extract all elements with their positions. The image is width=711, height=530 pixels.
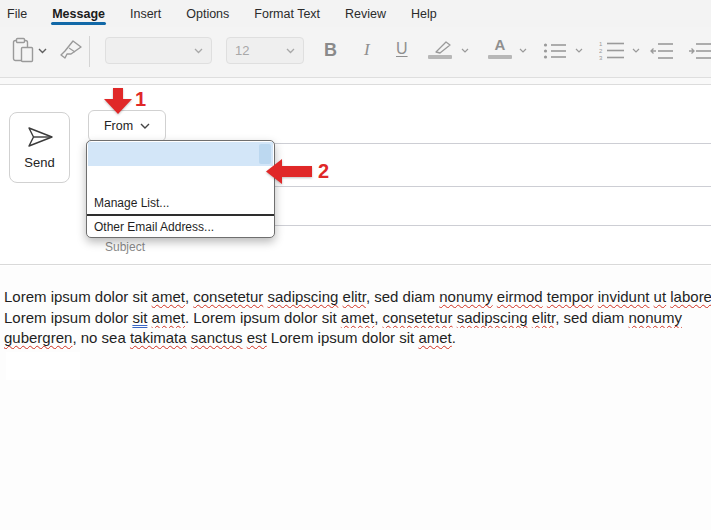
toolbar-divider: [89, 36, 90, 67]
subject-field[interactable]: Subject: [105, 237, 665, 255]
from-dropdown-menu: Manage List... Other Email Address...: [86, 140, 275, 238]
send-label: Send: [24, 155, 54, 170]
bullet-list-icon: [543, 42, 567, 60]
bullet-list-button[interactable]: [543, 42, 567, 60]
from-label: From: [104, 119, 133, 133]
header-body-separator: [0, 264, 711, 265]
menu-tab-format-text[interactable]: Format Text: [252, 0, 322, 27]
subject-placeholder: Subject: [105, 240, 145, 254]
font-color-dropdown-button[interactable]: [519, 48, 527, 53]
menu-item-other-email-address[interactable]: Other Email Address...: [87, 216, 274, 238]
redacted-signature-block: [6, 352, 80, 380]
annotation-arrow-down-step1: [104, 88, 132, 114]
menu-bar: File Message Insert Options Format Text …: [0, 0, 711, 27]
bold-button[interactable]: B: [324, 40, 337, 61]
increase-indent-button[interactable]: [688, 42, 711, 60]
chevron-down-icon: [286, 48, 295, 54]
bullet-list-dropdown-button[interactable]: [575, 48, 583, 53]
chevron-down-icon: [519, 48, 527, 53]
font-size-value: 12: [235, 43, 249, 58]
body-text-line: Lorem ipsum dolor sit amet. Lorem ipsum …: [4, 308, 711, 329]
chevron-down-icon: [140, 123, 150, 129]
chevron-down-icon: [575, 48, 583, 53]
menu-tab-review[interactable]: Review: [343, 0, 388, 27]
highlight-dropdown-button[interactable]: [461, 48, 469, 53]
chevron-down-icon: [38, 48, 47, 54]
window-gap-strip: [0, 78, 711, 85]
body-text-line: Lorem ipsum dolor sit amet, consetetur s…: [4, 287, 711, 308]
underline-button[interactable]: U: [396, 40, 408, 58]
from-button[interactable]: From: [88, 110, 166, 142]
menu-item-manage-list[interactable]: Manage List...: [87, 192, 274, 214]
svg-text:2: 2: [599, 48, 603, 54]
chevron-down-icon: [632, 48, 640, 53]
annotation-number-2: 2: [318, 160, 329, 183]
annotation-number-1: 1: [135, 88, 146, 111]
send-button[interactable]: Send: [9, 112, 70, 183]
numbered-list-button[interactable]: 1 2 3: [599, 40, 625, 61]
menu-tab-options[interactable]: Options: [184, 0, 231, 27]
font-size-combobox[interactable]: 12: [226, 37, 304, 64]
font-color-button[interactable]: A: [488, 36, 512, 59]
annotation-arrow-left-step2: [266, 159, 312, 184]
numbered-list-dropdown-button[interactable]: [632, 48, 640, 53]
chevron-down-icon: [461, 48, 469, 53]
menu-tab-help[interactable]: Help: [409, 0, 439, 27]
format-painter-icon: [59, 39, 83, 61]
ribbon-toolbar: 12 B I U A: [0, 27, 711, 78]
menu-tab-insert[interactable]: Insert: [128, 0, 163, 27]
decrease-indent-button[interactable]: [650, 42, 674, 60]
outlook-compose-window: File Message Insert Options Format Text …: [0, 0, 711, 530]
message-body-text: Lorem ipsum dolor sit amet, consetetur s…: [4, 287, 711, 349]
menu-tab-file[interactable]: File: [5, 0, 29, 27]
paste-dropdown-button[interactable]: [38, 48, 47, 54]
chevron-down-icon: [194, 48, 203, 54]
text-highlight-button[interactable]: [428, 40, 454, 59]
paste-button[interactable]: [12, 37, 34, 63]
message-body-editor[interactable]: Lorem ipsum dolor sit amet, consetetur s…: [0, 266, 711, 530]
font-colorbar: [488, 55, 512, 59]
decrease-indent-icon: [650, 42, 674, 60]
send-plane-icon: [25, 125, 55, 149]
increase-indent-icon: [688, 42, 711, 60]
paste-icon: [12, 37, 34, 63]
font-name-combobox[interactable]: [105, 37, 212, 64]
font-color-letter: A: [495, 36, 506, 53]
body-text-line: gubergren, no sea takimata sanctus est L…: [4, 328, 711, 349]
highlighter-icon: [428, 40, 452, 54]
svg-text:1: 1: [599, 41, 603, 47]
highlight-colorbar: [428, 55, 452, 59]
from-dropdown-selected-account[interactable]: [88, 142, 273, 166]
menu-tab-message[interactable]: Message: [50, 0, 107, 27]
svg-text:3: 3: [599, 55, 603, 61]
format-painter-button[interactable]: [59, 39, 83, 61]
numbered-list-icon: 1 2 3: [599, 40, 625, 61]
italic-button[interactable]: I: [364, 40, 370, 60]
